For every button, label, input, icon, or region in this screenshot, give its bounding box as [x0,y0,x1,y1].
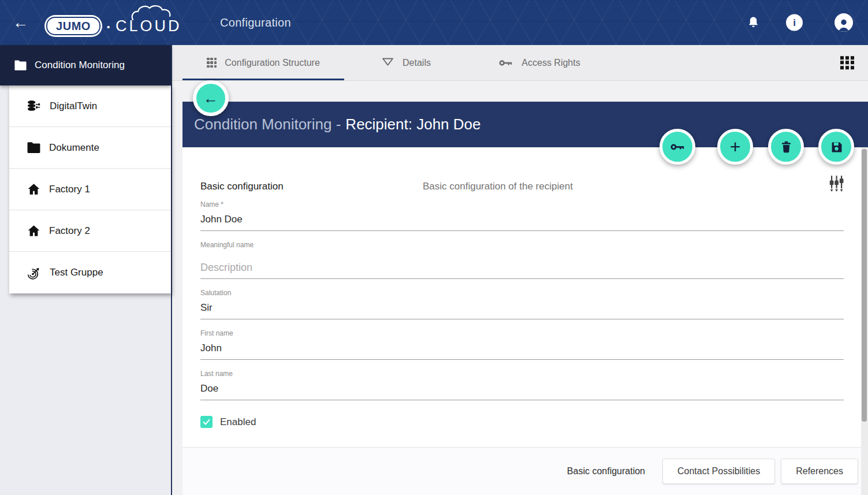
home-icon [27,183,41,196]
field-label: Salutation [200,289,844,297]
app-window: ← JUMO · CLOUD Configuration i [0,0,868,495]
tune-sliders-button[interactable] [829,175,844,192]
field-label: Name * [200,200,844,209]
check-icon [202,418,211,426]
logo-dot: · [106,18,111,36]
tab-label: Details [403,58,431,68]
sidebar-root-label: Condition Monitoring [35,59,125,71]
trash-icon [779,140,794,154]
first-name-input[interactable] [200,341,844,355]
jumo-logo: JUMO [44,15,102,37]
account-button[interactable] [835,13,853,32]
contact-possibilities-button[interactable]: Contact Possibilities [662,459,775,484]
save-icon [829,140,844,154]
tab-bar: Configuration Structure Details Access R… [172,45,868,81]
form-footer: Basic configuration Contact Possibilitie… [182,447,868,495]
top-app-bar: ← JUMO · CLOUD Configuration i [0,0,868,45]
back-fab-button[interactable]: ← [193,80,229,116]
meaningful-name-field-row: Meaningful name [200,241,844,279]
jumo-logo-text: JUMO [56,20,91,33]
target-arrow-icon [27,266,42,280]
salutation-field-row: Salutation [200,289,844,319]
sidebar-item-digitaltwin[interactable]: DigitalTwin [9,85,171,127]
key-icon [670,142,686,152]
banner-title-prefix: Condition Monitoring - [194,116,341,133]
sidebar-item-label: Test Gruppe [50,267,103,278]
field-label: Last name [200,370,844,378]
enabled-checkbox[interactable]: Enabled [200,416,868,428]
avatar-icon [836,17,852,32]
main-content: Configuration Structure Details Access R… [172,45,868,495]
tab-label: Configuration Structure [225,58,320,68]
notifications-button[interactable] [746,15,761,30]
page-title: Configuration [220,16,291,29]
add-button[interactable]: + [717,129,753,165]
field-label: First name [200,329,844,337]
funnel-icon [381,57,394,69]
key-icon [498,58,513,68]
section-header: Basic configuration Basic configuration … [182,147,868,200]
form-card: Basic configuration Basic configuration … [182,147,868,495]
sidebar-item-label: Dokumente [49,142,99,154]
references-button[interactable]: References [781,459,858,484]
enabled-label: Enabled [220,416,256,428]
folder-icon [14,59,27,71]
home-icon [27,224,41,237]
first-name-field-row: First name [200,329,844,360]
folder-icon [27,142,41,154]
sidebar-item-factory-1[interactable]: Factory 1 [9,169,171,210]
back-button[interactable]: ← [13,15,28,31]
sidebar-item-test-gruppe[interactable]: Test Gruppe [9,252,171,293]
scrollbar-thumb[interactable] [862,149,867,422]
field-label: Meaningful name [200,241,844,249]
sidebar-items-panel: DigitalTwin Dokumente Factory 1 Factory … [9,85,171,293]
tab-details[interactable]: Details [344,45,468,80]
salutation-input[interactable] [200,301,844,315]
info-icon: i [793,17,796,28]
sidebar-item-factory-2[interactable]: Factory 2 [9,210,171,252]
name-input[interactable] [200,213,844,226]
access-key-button[interactable] [660,129,695,165]
name-field-row: Name * [200,200,844,231]
save-button[interactable] [818,129,854,165]
navigation-sidebar: Condition Monitoring DigitalTwin Dokumen… [0,45,172,495]
section-description: Basic configuration of the recipient [423,181,573,192]
info-button[interactable]: i [786,14,803,31]
database-sync-icon [27,99,42,113]
sidebar-item-label: DigitalTwin [50,101,97,112]
current-section-label[interactable]: Basic configuration [567,466,645,477]
cloud-icon [131,3,176,21]
apps-grid-button[interactable] [840,56,854,70]
banner-title-main: Recipient: John Doe [345,116,480,133]
section-title: Basic configuration [200,181,284,192]
meaningful-name-input[interactable] [200,260,844,274]
tune-sliders-icon [829,175,844,192]
checkbox-box [200,416,213,428]
delete-button[interactable] [768,129,804,165]
last-name-field-row: Last name [200,370,844,400]
form-fields: Name * Meaningful name Salutation First … [200,200,844,400]
scrollbar-track [861,147,868,495]
tab-label: Access Rights [521,58,580,68]
arrow-left-icon: ← [203,90,218,107]
sidebar-item-dokumente[interactable]: Dokumente [9,127,171,169]
detail-header-banner: Condition Monitoring - Recipient: John D… [182,102,868,147]
grid-dots-icon [207,58,217,68]
tab-access-rights[interactable]: Access Rights [468,45,611,80]
sidebar-item-label: Factory 2 [49,225,90,237]
plus-icon: + [730,136,741,158]
sidebar-item-label: Factory 1 [49,184,90,195]
bell-icon [746,15,761,30]
sidebar-root-node[interactable]: Condition Monitoring [0,45,171,85]
last-name-input[interactable] [200,382,844,396]
tab-configuration-structure[interactable]: Configuration Structure [182,45,344,80]
